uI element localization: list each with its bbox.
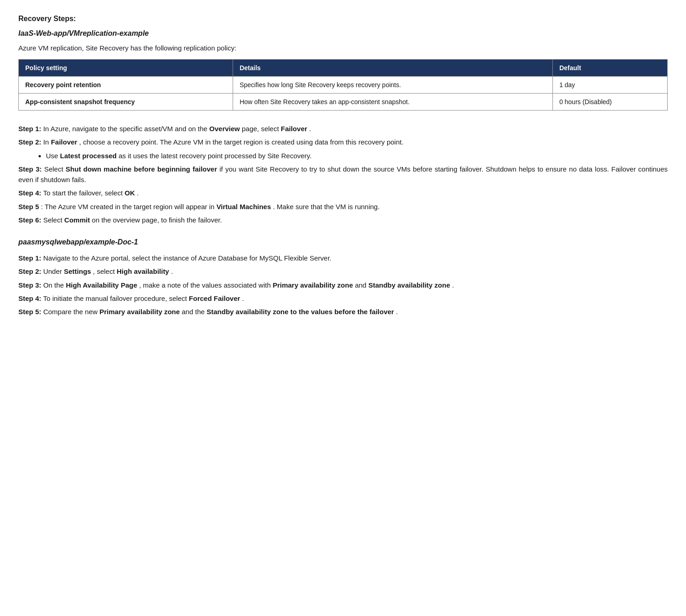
- step5-line: Step 5 : The Azure VM created in the tar…: [18, 201, 668, 212]
- step1-failover: Failover: [281, 125, 307, 133]
- s2-step5-text3: .: [396, 308, 398, 316]
- step5-text1: : The Azure VM created in the target reg…: [41, 203, 216, 211]
- row2-details: How often Site Recovery takes an app-con…: [233, 94, 553, 111]
- s2-step1-line: Step 1: Navigate to the Azure portal, se…: [18, 253, 668, 263]
- step2-text2: , choose a recovery point. The Azure VM …: [79, 138, 404, 146]
- step2-label: Step 2:: [18, 138, 41, 146]
- section1-intro: Azure VM replication, Site Recovery has …: [18, 44, 668, 52]
- s2-step2-text2: , select: [93, 267, 117, 275]
- s2-step3-saz: Standby availability zone: [368, 281, 450, 289]
- table-row: App-consistent snapshot frequency How of…: [19, 94, 668, 111]
- step3-line: Step 3: Select Shut down machine before …: [18, 164, 668, 185]
- s2-step3-line: Step 3: On the High Availability Page , …: [18, 280, 668, 290]
- s2-step1-label: Step 1:: [18, 254, 41, 262]
- row1-setting: Recovery point retention: [19, 77, 233, 94]
- step2-line: Step 2: In Failover , choose a recovery …: [18, 137, 668, 147]
- step1-text1: In Azure, navigate to the specific asset…: [43, 125, 209, 133]
- s2-step5-label: Step 5:: [18, 308, 41, 316]
- step5-text2: . Make sure that the VM is running.: [273, 203, 380, 211]
- step4-label: Step 4:: [18, 189, 41, 197]
- row1-default: 1 day: [552, 77, 667, 94]
- step6-text2: on the overview page, to finish the fail…: [92, 216, 222, 224]
- step5-vm: Virtual Machines: [217, 203, 271, 211]
- step1-text3: .: [309, 125, 311, 133]
- s2-step5-text1: Compare the new: [43, 308, 100, 316]
- s2-step3-text2: , make a note of the values associated w…: [139, 281, 273, 289]
- bullet-item: Use Latest processed as it uses the late…: [46, 150, 668, 161]
- step1-overview: Overview: [209, 125, 240, 133]
- s2-step3-text1: On the: [43, 281, 66, 289]
- step5-label: Step 5: [18, 203, 39, 211]
- step1-label: Step 1:: [18, 125, 41, 133]
- s2-step3-label: Step 3:: [18, 281, 41, 289]
- policy-table: Policy setting Details Default Recovery …: [18, 59, 668, 111]
- bullet-latest-processed: Latest processed: [60, 152, 117, 160]
- row1-details: Specifies how long Site Recovery keeps r…: [233, 77, 553, 94]
- step4-text2: .: [137, 189, 139, 197]
- s2-step3-text4: .: [452, 281, 454, 289]
- step4-ok: OK: [125, 189, 135, 197]
- step1-line: Step 1: In Azure, navigate to the specif…: [18, 123, 668, 134]
- step6-label: Step 6:: [18, 216, 41, 224]
- step2-bullets: Use Latest processed as it uses the late…: [46, 150, 668, 161]
- steps-section-1: Step 1: In Azure, navigate to the specif…: [18, 123, 668, 225]
- s2-step5-line: Step 5: Compare the new Primary availabi…: [18, 306, 668, 317]
- step3-shutdown: Shut down machine before beginning failo…: [66, 165, 217, 173]
- col-header-policy: Policy setting: [19, 60, 233, 77]
- recovery-steps-heading: Recovery Steps:: [18, 15, 668, 23]
- s2-step3-paz: Primary availability zone: [273, 281, 353, 289]
- step4-line: Step 4: To start the failover, select OK…: [18, 188, 668, 198]
- step4-text1: To start the failover, select: [43, 189, 125, 197]
- col-header-details: Details: [233, 60, 553, 77]
- step6-text1: Select: [43, 216, 64, 224]
- step1-text2: page, select: [242, 125, 281, 133]
- table-row: Recovery point retention Specifies how l…: [19, 77, 668, 94]
- s2-step3-text3: and: [355, 281, 368, 289]
- step3-text1: Select: [44, 165, 66, 173]
- s2-step2-label: Step 2:: [18, 267, 41, 275]
- bullet-text2: as it uses the latest recovery point pro…: [118, 152, 312, 160]
- s2-step5-text2: and the: [182, 308, 206, 316]
- s2-step1-text: Navigate to the Azure portal, select the…: [43, 254, 331, 262]
- step2-text1: In: [43, 138, 51, 146]
- s2-step3-hapg: High Availability Page: [66, 281, 137, 289]
- s2-step2-text1: Under: [43, 267, 64, 275]
- s2-step5-paz: Primary availability zone: [100, 308, 180, 316]
- s2-step4-label: Step 4:: [18, 294, 41, 302]
- s2-step2-line: Step 2: Under Settings , select High ava…: [18, 266, 668, 277]
- s2-step2-settings: Settings: [64, 267, 91, 275]
- row2-setting: App-consistent snapshot frequency: [19, 94, 233, 111]
- s2-step4-text1: To initiate the manual failover procedur…: [43, 294, 189, 302]
- steps-section-2: Step 1: Navigate to the Azure portal, se…: [18, 253, 668, 317]
- step6-commit: Commit: [64, 216, 90, 224]
- bullet-text1: Use: [46, 152, 60, 160]
- section1-title: IaaS-Web-app/VMreplication-example: [18, 29, 668, 38]
- step3-label: Step 3:: [18, 165, 42, 173]
- col-header-default: Default: [552, 60, 667, 77]
- s2-step4-line: Step 4: To initiate the manual failover …: [18, 293, 668, 304]
- step2-failover: Failover: [51, 138, 78, 146]
- s2-step4-text2: .: [242, 294, 244, 302]
- row2-default: 0 hours (Disabled): [552, 94, 667, 111]
- section2-title: paasmysqlwebapp/example-Doc-1: [18, 238, 668, 246]
- s2-step2-ha: High availability: [117, 267, 169, 275]
- s2-step2-text3: .: [171, 267, 173, 275]
- step6-line: Step 6: Select Commit on the overview pa…: [18, 215, 668, 225]
- s2-step5-saz: Standby availability zone to the values …: [206, 308, 394, 316]
- s2-step4-ff: Forced Failover: [189, 294, 240, 302]
